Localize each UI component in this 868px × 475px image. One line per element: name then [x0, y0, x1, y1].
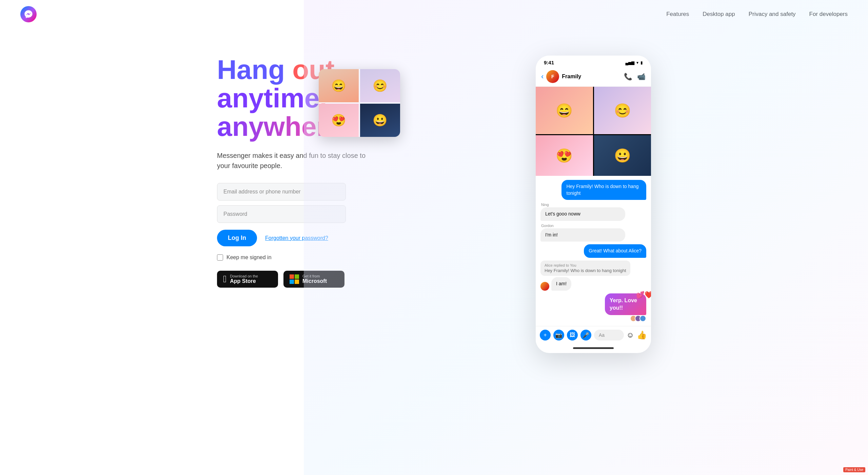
chat-header: ‹ F Framily 📞 📹: [536, 67, 651, 87]
reaction-avatars: [630, 315, 646, 322]
in-chat-video-1: 😄: [536, 87, 593, 134]
msg-bubble-ning: Let's gooo noww: [540, 207, 625, 221]
microsoft-store-button[interactable]: Get it from Microsoft: [283, 271, 344, 288]
app-buttons-container:  Download on the App Store Get it from …: [217, 271, 380, 288]
login-button[interactable]: Log In: [217, 230, 257, 246]
chat-messages: Hey Framily! Who is down to hang tonight…: [536, 176, 651, 326]
hearts-decoration: 💕❤️: [636, 290, 651, 300]
nav-desktop-app[interactable]: Desktop app: [703, 11, 735, 18]
nav-developers[interactable]: For developers: [809, 11, 848, 18]
msg-group-ning: Ning Let's gooo noww: [540, 203, 646, 221]
forgot-password-link[interactable]: Forgotten your password?: [265, 235, 328, 241]
reply-label: Alice replied to You: [545, 263, 626, 267]
phone-mockup: 9:41 ▄▅▆ ▾ ▮ ‹ F Framily 📞 📹: [536, 56, 651, 353]
apple-btn-small: Download on the: [230, 274, 258, 278]
logo-area: [20, 6, 37, 22]
reply-preview: Hey Framily! Who is down to hang tonight: [545, 268, 626, 273]
sender-gordon: Gordon: [540, 224, 646, 228]
video-cell-1: 😄: [319, 69, 359, 102]
messenger-logo-svg: [24, 9, 33, 19]
msg-bubble-alice: I am!: [551, 277, 571, 291]
react-avatar-3: [639, 315, 646, 322]
ms-btn-big: Microsoft: [302, 278, 327, 284]
add-button[interactable]: +: [540, 330, 551, 340]
video-cell-4: 😀: [360, 104, 400, 137]
video-cell-2: 😊: [360, 69, 400, 102]
reply-avatar: [540, 282, 549, 291]
msg-bubble-love: Yerp. Love you!! 💕❤️: [605, 293, 646, 315]
reply-group: Alice replied to You Hey Framily! Who is…: [540, 261, 646, 291]
ms-btn-text: Get it from Microsoft: [302, 274, 327, 284]
video-grid: 😄 😊 😍 😀: [536, 87, 651, 176]
email-field[interactable]: [217, 183, 346, 201]
apple-icon: : [223, 274, 226, 284]
reply-msg-row: I am!: [540, 277, 646, 291]
emoji-button[interactable]: ☺: [627, 331, 634, 339]
hero-hang: Hang: [217, 55, 285, 85]
status-icons: ▄▅▆ ▾ ▮: [625, 60, 643, 65]
apple-btn-text: Download on the App Store: [230, 274, 258, 284]
wifi-icon: ▾: [636, 60, 638, 65]
keep-signed-container: Keep me signed in: [217, 254, 346, 261]
keep-signed-checkbox[interactable]: [217, 254, 223, 261]
site-header: Features Desktop app Privacy and safety …: [0, 0, 868, 28]
ms-btn-small: Get it from: [302, 274, 327, 278]
msg-bubble-sent-1: Hey Framily! Who is down to hang tonight: [561, 180, 646, 200]
like-button[interactable]: 👍: [637, 330, 647, 340]
in-chat-video-4: 😀: [594, 135, 651, 176]
apple-btn-big: App Store: [230, 278, 258, 284]
login-form: Log In Forgotten your password? Keep me …: [217, 183, 346, 261]
status-time: 9:41: [544, 60, 554, 65]
chat-avatar: F: [546, 70, 559, 83]
hero-subtitle: Messenger makes it easy and fun to stay …: [217, 150, 366, 171]
video-call-icon[interactable]: 📹: [637, 73, 646, 81]
phone-status-bar: 9:41 ▄▅▆ ▾ ▮: [536, 56, 651, 67]
reply-context: Alice replied to You Hey Framily! Who is…: [540, 261, 630, 276]
microsoft-icon: [290, 274, 299, 284]
form-actions: Log In Forgotten your password?: [217, 230, 346, 246]
sender-ning: Ning: [540, 203, 646, 207]
main-nav: Features Desktop app Privacy and safety …: [666, 11, 848, 18]
paint-label: Paint & Use: [843, 467, 865, 472]
right-panel: 😄 😊 😍 😀 9:41 ▄▅▆ ▾ ▮: [380, 49, 651, 353]
in-chat-video-2: 😊: [594, 87, 651, 134]
home-indicator: [573, 347, 614, 349]
nav-privacy[interactable]: Privacy and safety: [749, 11, 796, 18]
gallery-button[interactable]: 🖼: [567, 330, 578, 340]
chat-action-icons: 📞 📹: [624, 73, 646, 81]
phone-call-icon[interactable]: 📞: [624, 73, 632, 81]
in-chat-video-3: 😍: [536, 135, 593, 176]
back-button[interactable]: ‹: [541, 72, 544, 81]
video-cell-3: 😍: [319, 104, 359, 137]
love-msg-group: Yerp. Love you!! 💕❤️: [595, 293, 646, 322]
in-chat-video-grid: 😄 😊 😍 😀: [536, 87, 651, 176]
chat-input-bar: + 📷 🖼 🎤 Aa ☺ 👍: [536, 326, 651, 344]
keep-signed-label[interactable]: Keep me signed in: [226, 254, 272, 261]
hero-anytime: anytime,: [217, 83, 327, 113]
chat-input[interactable]: Aa: [594, 330, 624, 340]
chat-name: Framily: [562, 74, 624, 80]
camera-button[interactable]: 📷: [553, 330, 564, 340]
apple-app-store-button[interactable]:  Download on the App Store: [217, 271, 278, 288]
messenger-logo-icon: [20, 6, 37, 22]
mic-button[interactable]: 🎤: [580, 330, 591, 340]
msg-bubble-sent-2: Great! What about Alice?: [584, 244, 646, 258]
battery-icon: ▮: [640, 60, 643, 65]
nav-features[interactable]: Features: [666, 11, 689, 18]
floating-video-group: 😄 😊 😍 😀: [319, 69, 400, 137]
signal-icon: ▄▅▆: [625, 60, 634, 65]
msg-bubble-gordon: I'm in!: [540, 228, 625, 242]
main-container: Hang out anytime, anywhere Messenger mak…: [197, 28, 671, 367]
msg-group-gordon: Gordon I'm in!: [540, 224, 646, 242]
password-field[interactable]: [217, 205, 346, 223]
